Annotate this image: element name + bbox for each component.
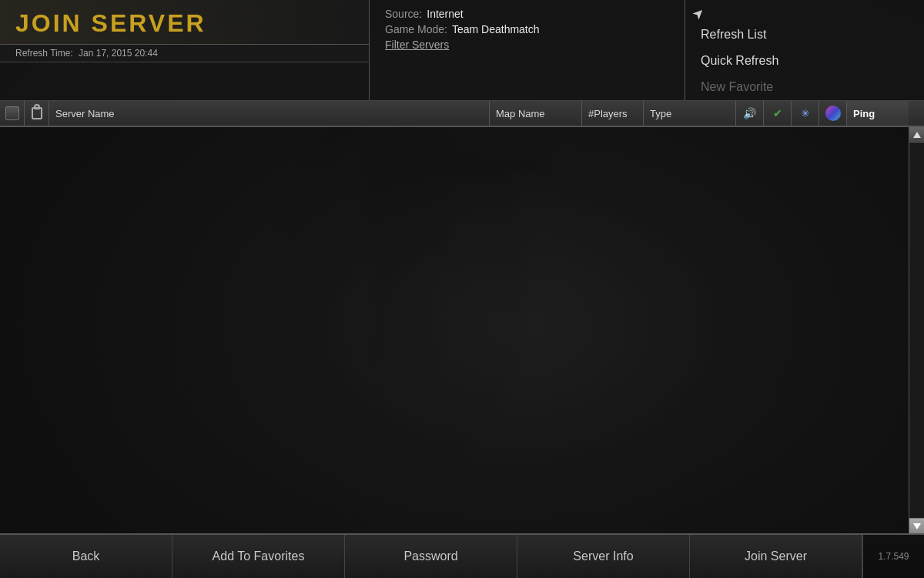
up-arrow-icon bbox=[913, 132, 921, 138]
col-header-icon2[interactable] bbox=[25, 101, 49, 126]
table-body-area bbox=[0, 127, 924, 533]
scrollbar-up-arrow[interactable] bbox=[909, 127, 924, 143]
bottom-bar: Back Add To Favorites Password Server In… bbox=[0, 533, 924, 578]
refresh-list-label: Refresh List bbox=[701, 28, 766, 42]
checkmark-icon: ✔ bbox=[773, 107, 782, 119]
server-info-button[interactable]: Server Info bbox=[517, 535, 690, 578]
source-value: Internet bbox=[427, 8, 463, 20]
refresh-list-button[interactable]: Refresh List bbox=[685, 22, 924, 48]
col-header-check[interactable]: ✔ bbox=[764, 101, 792, 126]
quick-refresh-button[interactable]: Quick Refresh bbox=[685, 48, 924, 74]
right-menu: ➤ Refresh List Quick Refresh New Favorit… bbox=[685, 0, 924, 100]
version-badge: 1.7.549 bbox=[862, 535, 924, 578]
col-header-speaker[interactable]: 🔊 bbox=[736, 101, 764, 126]
source-row: Source: Internet bbox=[385, 8, 669, 20]
scrollbar-track[interactable] bbox=[909, 143, 924, 518]
title-section: JOIN SERVER Refresh Time: Jan 17, 2015 2… bbox=[0, 0, 370, 100]
quick-refresh-label: Quick Refresh bbox=[701, 54, 778, 68]
table-header: Server Name Map Name #Players Type 🔊 ✔ ✳… bbox=[0, 101, 924, 127]
gamemode-row: Game Mode: Team Deathmatch bbox=[385, 23, 669, 35]
top-section: JOIN SERVER Refresh Time: Jan 17, 2015 2… bbox=[0, 0, 924, 101]
new-favorite-button: New Favorite bbox=[685, 74, 924, 100]
down-arrow-icon bbox=[913, 523, 921, 529]
vertical-scrollbar[interactable] bbox=[909, 127, 924, 533]
speaker-icon: 🔊 bbox=[743, 107, 756, 119]
col-header-type[interactable]: Type bbox=[644, 101, 736, 126]
filter-servers-link[interactable]: Filter Servers bbox=[385, 39, 449, 51]
gamemode-label: Game Mode: bbox=[385, 23, 447, 35]
main-content: JOIN SERVER Refresh Time: Jan 17, 2015 2… bbox=[0, 0, 924, 578]
col-header-orb[interactable] bbox=[819, 101, 847, 126]
filter-icon bbox=[5, 106, 19, 120]
server-list bbox=[0, 127, 909, 533]
filter-section: Source: Internet Game Mode: Team Deathma… bbox=[370, 0, 685, 100]
col-header-snowflake[interactable]: ✳ bbox=[792, 101, 819, 126]
refresh-time-value: Jan 17, 2015 20:44 bbox=[79, 48, 158, 59]
page-title: JOIN SERVER bbox=[15, 9, 353, 38]
col-header-ping[interactable]: Ping bbox=[847, 101, 909, 126]
snowflake-icon: ✳ bbox=[801, 107, 810, 119]
new-favorite-label: New Favorite bbox=[701, 80, 773, 94]
orb-icon bbox=[825, 106, 841, 121]
back-button[interactable]: Back bbox=[0, 535, 172, 578]
col-header-players[interactable]: #Players bbox=[582, 101, 644, 126]
refresh-time-label: Refresh Time: bbox=[15, 48, 73, 59]
filter-row[interactable]: Filter Servers bbox=[385, 39, 669, 51]
password-button[interactable]: Password bbox=[345, 535, 517, 578]
col-header-icon1[interactable] bbox=[0, 101, 25, 126]
gamemode-value: Team Deathmatch bbox=[452, 23, 540, 35]
menu-pointer-icon: ➤ bbox=[688, 3, 708, 23]
lock-icon bbox=[32, 107, 42, 119]
add-to-favorites-button[interactable]: Add To Favorites bbox=[172, 535, 345, 578]
col-header-map-name[interactable]: Map Name bbox=[490, 101, 582, 126]
empty-list-area bbox=[0, 127, 909, 533]
source-label: Source: bbox=[385, 8, 422, 20]
join-server-button[interactable]: Join Server bbox=[690, 535, 862, 578]
col-header-server-name[interactable]: Server Name bbox=[49, 101, 490, 126]
refresh-time-bar: Refresh Time: Jan 17, 2015 20:44 bbox=[0, 45, 369, 62]
scrollbar-down-arrow[interactable] bbox=[909, 518, 924, 533]
